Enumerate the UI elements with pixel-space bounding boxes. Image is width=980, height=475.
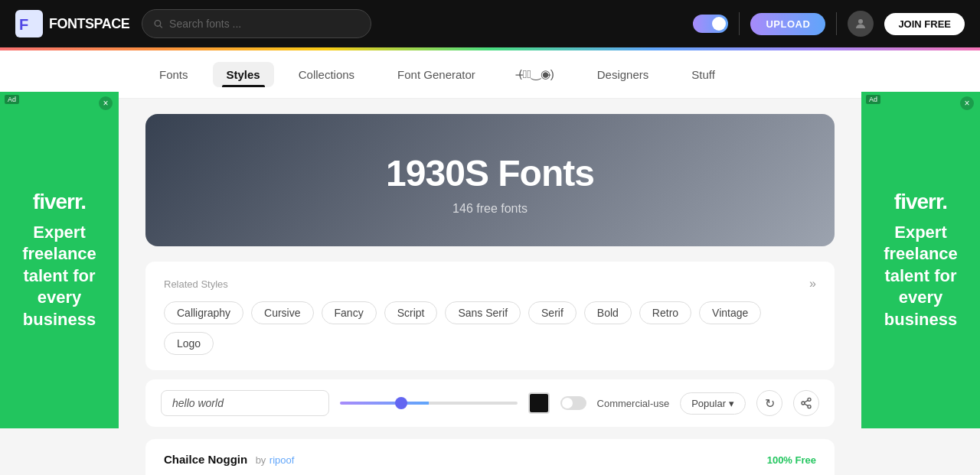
font-by: by bbox=[256, 454, 266, 466]
tag-vintage[interactable]: Vintage bbox=[699, 301, 761, 324]
logo[interactable]: F FONTSPACE bbox=[15, 10, 129, 37]
tag-logo[interactable]: Logo bbox=[164, 332, 214, 355]
commercial-label: Commercial-use bbox=[597, 398, 670, 409]
search-input[interactable] bbox=[169, 18, 360, 30]
svg-point-5 bbox=[808, 398, 811, 401]
share-button[interactable] bbox=[793, 390, 819, 416]
font-card-header: Chailce Noggin by ripoof 100% Free bbox=[164, 453, 816, 467]
main-content: 1930S Fonts 146 free fonts Related Style… bbox=[145, 99, 835, 475]
tag-sans-serif[interactable]: Sans Serif bbox=[445, 301, 521, 324]
nav-font-generator[interactable]: Font Generator bbox=[376, 51, 497, 98]
font-card: Chailce Noggin by ripoof 100% Free HELLO… bbox=[145, 439, 835, 475]
filter-bar: Commercial-use Popular ▾ ↻ bbox=[145, 379, 835, 427]
svg-point-4 bbox=[858, 19, 863, 24]
font-author[interactable]: ripoof bbox=[270, 454, 295, 466]
nav-designers[interactable]: Designers bbox=[576, 51, 671, 98]
logo-icon: F bbox=[15, 10, 43, 37]
nav-divider-2 bbox=[836, 12, 837, 35]
ad-box-right: Ad × fiverr. Expert freelance talent for… bbox=[861, 92, 980, 428]
nav-emoticon[interactable]: (̶◉͛‿◉̶) bbox=[497, 50, 576, 98]
svg-point-7 bbox=[808, 405, 811, 408]
refresh-icon: ↻ bbox=[765, 396, 775, 411]
theme-toggle-switch[interactable] bbox=[693, 15, 728, 33]
svg-point-6 bbox=[802, 402, 805, 405]
preview-input[interactable] bbox=[161, 390, 329, 416]
search-bar[interactable] bbox=[142, 9, 371, 38]
commercial-toggle[interactable] bbox=[560, 396, 586, 410]
tag-calligraphy[interactable]: Calligraphy bbox=[164, 301, 243, 324]
tag-script[interactable]: Script bbox=[384, 301, 438, 324]
nav-fonts[interactable]: Fonts bbox=[138, 51, 210, 98]
related-label: Related Styles bbox=[164, 278, 228, 290]
nav-divider bbox=[739, 12, 740, 35]
logo-text: FONTSPACE bbox=[49, 16, 129, 32]
tag-bold[interactable]: Bold bbox=[584, 301, 632, 324]
fiverr-logo-left: fiverr. bbox=[33, 190, 86, 214]
page-title: 1930S Fonts bbox=[161, 152, 819, 194]
popular-chevron-icon: ▾ bbox=[729, 398, 734, 409]
hero-card: 1930S Fonts 146 free fonts bbox=[145, 114, 835, 246]
ad-text-right: Expert freelance talent for every busine… bbox=[877, 222, 965, 331]
related-styles-section: Related Styles » Calligraphy Cursive Fan… bbox=[145, 262, 835, 370]
top-nav: F FONTSPACE UPLOAD JOIN FREE bbox=[0, 0, 980, 47]
svg-line-9 bbox=[805, 400, 808, 402]
font-info: Chailce Noggin by ripoof bbox=[164, 453, 294, 467]
svg-point-2 bbox=[155, 21, 161, 27]
secondary-nav: Fonts Styles Collections Font Generator … bbox=[0, 50, 980, 99]
nav-right: UPLOAD JOIN FREE bbox=[693, 11, 965, 37]
ad-text-left: Expert freelance talent for every busine… bbox=[15, 222, 103, 331]
font-name: Chailce Noggin bbox=[164, 453, 247, 466]
ad-right: Ad × fiverr. Expert freelance talent for… bbox=[861, 92, 980, 475]
tag-retro[interactable]: Retro bbox=[639, 301, 691, 324]
ad-left: Ad × fiverr. Expert freelance talent for… bbox=[0, 92, 119, 475]
popular-button[interactable]: Popular ▾ bbox=[680, 392, 746, 415]
ad-close-right[interactable]: × bbox=[960, 96, 974, 110]
nav-collections[interactable]: Collections bbox=[277, 51, 376, 98]
tags-row: Calligraphy Cursive Fancy Script Sans Se… bbox=[164, 301, 816, 355]
search-icon bbox=[153, 18, 163, 29]
tag-fancy[interactable]: Fancy bbox=[322, 301, 377, 324]
svg-line-8 bbox=[805, 404, 808, 406]
join-button[interactable]: JOIN FREE bbox=[884, 13, 965, 35]
related-arrow[interactable]: » bbox=[809, 277, 816, 291]
popular-label: Popular bbox=[691, 398, 726, 409]
theme-toggle[interactable] bbox=[693, 15, 728, 33]
avatar[interactable] bbox=[848, 11, 874, 37]
size-slider[interactable] bbox=[340, 402, 518, 405]
nav-styles[interactable]: Styles bbox=[213, 62, 274, 87]
svg-text:F: F bbox=[19, 16, 28, 33]
ad-label-left: Ad bbox=[5, 95, 19, 104]
refresh-button[interactable]: ↻ bbox=[756, 390, 782, 416]
share-icon bbox=[800, 397, 812, 409]
nav-stuff[interactable]: Stuff bbox=[670, 51, 737, 98]
svg-line-3 bbox=[160, 25, 162, 28]
hero-subtitle: 146 free fonts bbox=[161, 202, 819, 216]
fiverr-logo-right: fiverr. bbox=[894, 190, 947, 214]
ad-box-left: Ad × fiverr. Expert freelance talent for… bbox=[0, 92, 119, 428]
font-free-label: 100% Free bbox=[767, 454, 816, 466]
ad-label-right: Ad bbox=[866, 95, 880, 104]
upload-button[interactable]: UPLOAD bbox=[750, 13, 825, 35]
tag-serif[interactable]: Serif bbox=[528, 301, 577, 324]
ad-close-left[interactable]: × bbox=[99, 96, 113, 110]
size-slider-wrap bbox=[340, 402, 518, 405]
tag-cursive[interactable]: Cursive bbox=[251, 301, 313, 324]
color-swatch[interactable] bbox=[528, 392, 550, 414]
related-header: Related Styles » bbox=[164, 277, 816, 291]
